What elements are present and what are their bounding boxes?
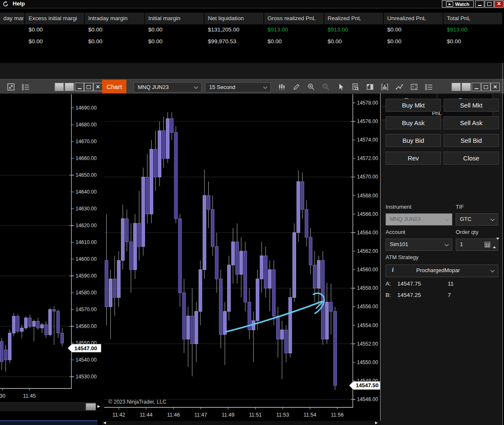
spinner-down-icon[interactable] [496, 238, 499, 246]
scrollbar-handle[interactable] [86, 403, 96, 410]
window-tile-button-2[interactable] [462, 83, 471, 91]
buy-ask-button[interactable]: Buy Ask [386, 116, 441, 129]
maximize-button[interactable] [485, 0, 494, 8]
chevron-down-icon [445, 242, 449, 247]
candle-down [264, 256, 267, 288]
bar-analysis-icon[interactable] [380, 83, 389, 91]
candle-up [117, 260, 120, 297]
table-header-8[interactable]: Total PnL [443, 13, 502, 24]
instrument-select[interactable]: MNQ JUN23 [386, 213, 452, 226]
polyline-icon[interactable] [395, 83, 404, 91]
window-tile-button[interactable] [452, 83, 461, 91]
y-tick-label: 14570.00 [357, 174, 378, 180]
sell-bid-button[interactable]: Sell Bid [444, 134, 499, 147]
left-chart-maximize-button[interactable] [84, 83, 93, 91]
drawn-arrow-head[interactable] [313, 293, 324, 313]
sell-ask-button[interactable]: Sell Ask [444, 116, 499, 129]
bid-size: 7 [448, 292, 451, 298]
left-chart-close-button[interactable]: ✕ [93, 83, 102, 91]
y-tick-label: 14620.00 [76, 223, 97, 228]
candle-up [227, 265, 230, 311]
qty-spinner[interactable] [493, 240, 496, 246]
candle-down [154, 149, 157, 177]
chart-window-tab[interactable]: Chart [102, 80, 126, 93]
candlestick-chart-icon[interactable] [277, 83, 286, 91]
buy-mkt-button[interactable]: Buy Mkt [386, 99, 441, 112]
window-tile-button-2[interactable] [65, 83, 74, 91]
left-chart-minimize-button[interactable] [75, 83, 84, 91]
close-button[interactable]: Close [444, 152, 499, 165]
table-cell: $913.00 [263, 24, 322, 36]
table-header-5[interactable]: Gross realized PnL [263, 13, 323, 24]
period-dropdown[interactable]: 15 Second [205, 82, 271, 92]
maximize-icon [484, 85, 488, 89]
quantity-stepper[interactable]: 1 [456, 239, 498, 251]
window-right-edge [502, 63, 503, 425]
table-header-2[interactable]: Intraday margin [84, 13, 144, 24]
y-tick-label: 14562.00 [357, 248, 378, 254]
calculator-icon[interactable] [485, 242, 490, 247]
cursor-icon[interactable] [336, 83, 345, 91]
minimize-button[interactable] [475, 0, 484, 8]
candle-down [219, 279, 222, 334]
window-tile-button[interactable] [55, 83, 64, 91]
table-cell: $0.00 [383, 24, 442, 36]
atm-strategy-select[interactable]: i ProchargedMopar [386, 265, 498, 277]
y-tick-label: 14554.00 [357, 323, 378, 328]
instrument-dropdown[interactable]: MNQ JUN23 [134, 82, 202, 92]
close-button[interactable]: ✕ [494, 0, 504, 8]
scrollbar-right-arrow[interactable]: ▶ [375, 421, 378, 425]
data-series-icon[interactable] [21, 83, 30, 91]
table-header-1[interactable]: Excess initial margi [24, 13, 84, 24]
main-chart-close-button[interactable]: ✕ [491, 83, 500, 91]
candle-up [297, 182, 300, 233]
scrollbar-right-arrow[interactable]: ▶ [96, 402, 102, 411]
account-table-header: day marExcess initial margiIntraday marg… [0, 13, 502, 24]
table-cell: $0.00 [323, 36, 382, 48]
y-tick-label: 14540.00 [76, 357, 97, 363]
candle-up [252, 320, 255, 330]
y-tick-label: 14640.00 [76, 189, 97, 195]
bid-price: 14547.25 [397, 292, 421, 298]
candle-down [236, 242, 239, 274]
chart-export-icon[interactable] [6, 83, 16, 91]
candle-down [61, 333, 64, 343]
report-icon[interactable] [351, 83, 360, 91]
main-chart-scrollbar[interactable] [102, 421, 381, 425]
control-center-titlebar: Help ▶ Watch ✕ [0, 0, 504, 8]
strategy-icon[interactable] [410, 83, 419, 91]
spinner-up-icon[interactable] [493, 240, 496, 248]
zoom-in-icon[interactable] [307, 83, 316, 91]
pencil-icon[interactable] [292, 83, 301, 91]
x-tick-label: 11:44 [140, 412, 152, 418]
menu-help[interactable]: Help [13, 0, 25, 7]
table-cell: $0.00 [443, 36, 501, 48]
y-tick-label: 14568.00 [357, 193, 378, 199]
list-icon[interactable] [424, 83, 433, 91]
drawn-arrow-shaft[interactable] [226, 302, 322, 332]
table-header-7[interactable]: Unrealized PnL [383, 13, 443, 24]
main-chart-maximize-button[interactable] [481, 83, 491, 91]
watch-button[interactable]: ▶ Watch [442, 0, 474, 8]
tif-select[interactable]: GTC [456, 213, 498, 226]
x-tick-label: 30 [0, 393, 5, 399]
panel-icon[interactable] [365, 83, 375, 91]
main-chart-minimize-button[interactable] [472, 83, 481, 91]
table-cell: $0.00 [84, 24, 143, 36]
buy-bid-button[interactable]: Buy Bid [386, 134, 441, 147]
ask-price: 14547.75 [397, 281, 421, 287]
candle-up [32, 321, 35, 326]
table-header-3[interactable]: Initial margin [144, 13, 204, 24]
drawn-arrow-barb[interactable] [316, 301, 324, 308]
sell-mkt-button[interactable]: Sell Mkt [444, 99, 499, 112]
scrollbar-left-arrow[interactable]: ◀ [103, 421, 106, 425]
table-header-0[interactable]: day mar [0, 13, 24, 24]
rev-button[interactable]: Rev [386, 152, 441, 165]
info-icon[interactable]: i [392, 266, 394, 273]
zoom-out-icon[interactable] [321, 83, 331, 91]
candle-down [272, 270, 275, 316]
table-row: $0.00$0.00$0.00$131,205.00$913.00$913.00… [0, 24, 502, 36]
table-header-6[interactable]: Realized PnL [323, 13, 383, 24]
account-select[interactable]: Sim101 [386, 239, 452, 251]
table-header-4[interactable]: Net liquidation [204, 13, 263, 24]
